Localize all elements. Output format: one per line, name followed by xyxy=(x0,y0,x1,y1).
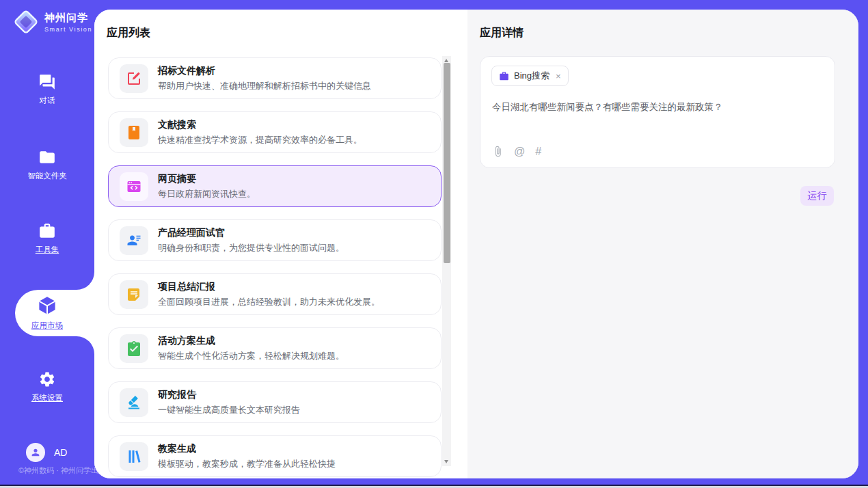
app-icon-tile xyxy=(120,442,148,471)
app-name: 项目总结汇报 xyxy=(158,281,380,293)
sidebar-item-system-settings[interactable]: 系统设置 xyxy=(0,370,94,403)
app-card-web-summary[interactable]: 网页摘要 每日政府新闻资讯快查。 xyxy=(108,165,442,207)
app-name: 网页摘要 xyxy=(158,173,256,185)
query-card: Bing搜索 × 今日湖北有哪些新闻要点？有哪些需要关注的最新政策？ @ # xyxy=(480,56,835,168)
interviewer-icon xyxy=(126,232,142,249)
logo-diamond-icon xyxy=(12,8,40,36)
brand-subtitle: Smart Vision xyxy=(44,26,92,33)
input-toolbar: @ # xyxy=(492,146,541,157)
copyright: ©神州数码 · 神州问学出品 xyxy=(18,465,106,476)
edit-square-icon xyxy=(126,70,142,87)
app-name: 教案生成 xyxy=(158,443,336,455)
tool-tag-label: Bing搜索 xyxy=(514,70,550,82)
main-content: 应用列表 招标文件解析 帮助用户快速、准确地理解和解析招标书中的关键信息 文献搜… xyxy=(94,10,858,478)
gear-icon xyxy=(38,370,56,388)
app-description: 明确身份和职责，为您提供专业性的面试问题。 xyxy=(158,242,344,254)
app-name: 产品经理面试官 xyxy=(158,227,344,239)
tag-close-icon[interactable]: × xyxy=(556,71,561,81)
app-description: 一键智能生成高质量长文本研究报告 xyxy=(158,404,300,416)
chat-icon xyxy=(38,73,56,91)
app-icon-tile xyxy=(120,64,148,93)
app-description: 每日政府新闻资讯快查。 xyxy=(158,188,256,200)
scrollbar[interactable] xyxy=(442,56,451,466)
sidebar: 神州问学 Smart Vision 对话 智能文件夹 工具集 应用市场 系统设置… xyxy=(0,0,94,488)
app-name: 招标文件解析 xyxy=(158,65,371,77)
note-icon xyxy=(126,286,142,303)
app-description: 模板驱动，教案秒成，教学准备从此轻松快捷 xyxy=(158,458,336,470)
app-description: 快速精准查找学术资源，提高研究效率的必备工具。 xyxy=(158,134,362,146)
toolbox-icon xyxy=(38,222,56,240)
sidebar-item-smart-folders[interactable]: 智能文件夹 xyxy=(0,148,94,181)
app-icon-tile xyxy=(120,280,148,309)
app-card-event-plan[interactable]: 活动方案生成 智能生成个性化活动方案，轻松解决规划难题。 xyxy=(108,327,442,369)
app-card-list: 招标文件解析 帮助用户快速、准确地理解和解析招标书中的关键信息 文献搜索 快速精… xyxy=(108,57,442,478)
app-description: 智能生成个性化活动方案，轻松解决规划难题。 xyxy=(158,350,344,362)
query-text[interactable]: 今日湖北有哪些新闻要点？有哪些需要关注的最新政策？ xyxy=(492,100,824,114)
app-icon-tile xyxy=(120,226,148,255)
app-card-project-summary[interactable]: 项目总结汇报 全面回顾项目进展，总结经验教训，助力未来优化发展。 xyxy=(108,273,442,315)
app-detail-title: 应用详情 xyxy=(480,26,524,40)
scroll-down-button[interactable] xyxy=(442,457,451,466)
app-description: 全面回顾项目进展，总结经验教训，助力未来优化发展。 xyxy=(158,296,380,308)
scrollbar-thumb[interactable] xyxy=(444,63,450,263)
attachment-icon[interactable] xyxy=(492,146,504,157)
logo: 神州问学 Smart Vision xyxy=(12,8,92,36)
app-card-literature-search[interactable]: 文献搜索 快速精准查找学术资源，提高研究效率的必备工具。 xyxy=(108,111,442,153)
user-initials: AD xyxy=(54,447,67,458)
browser-code-icon xyxy=(126,178,142,195)
sidebar-item-label: 对话 xyxy=(40,96,55,106)
app-card-bid-document-parse[interactable]: 招标文件解析 帮助用户快速、准确地理解和解析招标书中的关键信息 xyxy=(108,57,442,99)
mention-icon[interactable]: @ xyxy=(514,146,525,157)
app-list-title: 应用列表 xyxy=(107,26,150,40)
topic-icon[interactable]: # xyxy=(535,146,541,157)
app-name: 文献搜索 xyxy=(158,119,362,131)
sidebar-item-chat[interactable]: 对话 xyxy=(0,73,94,106)
app-detail-pane: 应用详情 Bing搜索 × 今日湖北有哪些新闻要点？有哪些需要关注的最新政策？ … xyxy=(467,10,858,478)
app-icon-tile xyxy=(120,118,148,147)
cube-icon xyxy=(37,295,57,316)
active-tab-curve-bottom xyxy=(77,336,94,354)
brand-title: 神州问学 xyxy=(44,12,92,25)
clipboard-check-icon xyxy=(126,340,142,357)
app-description: 帮助用户快速、准确地理解和解析招标书中的关键信息 xyxy=(158,80,371,92)
sidebar-item-label: 工具集 xyxy=(36,245,59,255)
sidebar-item-label: 智能文件夹 xyxy=(27,171,67,181)
active-tab-curve-top xyxy=(77,272,94,290)
app-name: 研究报告 xyxy=(158,389,300,401)
user-row[interactable]: AD xyxy=(26,443,67,462)
tool-tag-bing-search[interactable]: Bing搜索 × xyxy=(491,66,569,86)
app-icon-tile xyxy=(120,334,148,363)
sidebar-item-app-market[interactable]: 应用市场 xyxy=(0,295,94,331)
app-icon-tile xyxy=(120,388,148,417)
run-button[interactable]: 运行 xyxy=(800,186,834,206)
avatar xyxy=(26,443,45,462)
book-icon xyxy=(126,124,142,141)
app-list-pane: 应用列表 招标文件解析 帮助用户快速、准确地理解和解析招标书中的关键信息 文献搜… xyxy=(94,10,467,478)
microscope-icon xyxy=(126,394,142,411)
sidebar-item-label: 系统设置 xyxy=(31,393,63,403)
app-card-pm-interviewer[interactable]: 产品经理面试官 明确身份和职责，为您提供专业性的面试问题。 xyxy=(108,219,442,261)
sidebar-item-toolset[interactable]: 工具集 xyxy=(0,222,94,255)
app-name: 活动方案生成 xyxy=(158,335,344,347)
books-icon xyxy=(126,448,142,465)
briefcase-icon xyxy=(499,71,509,81)
app-card-research-report[interactable]: 研究报告 一键智能生成高质量长文本研究报告 xyxy=(108,381,442,423)
app-icon-tile xyxy=(120,172,148,201)
sidebar-item-label: 应用市场 xyxy=(31,321,63,331)
app-card-lesson-plan[interactable]: 教案生成 模板驱动，教案秒成，教学准备从此轻松快捷 xyxy=(108,435,442,477)
folder-icon xyxy=(38,148,56,166)
